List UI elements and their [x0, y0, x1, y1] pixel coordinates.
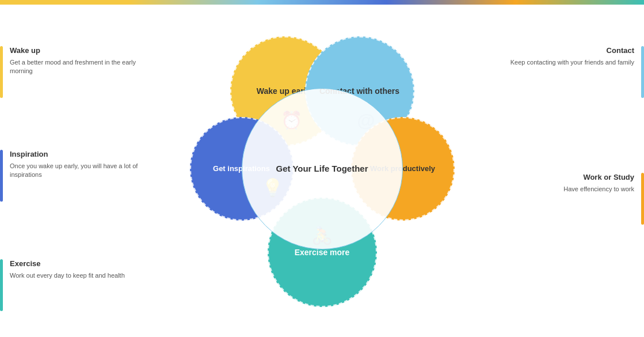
- contact-title: Contact: [510, 46, 634, 55]
- work-desc: Have effenciency to work: [563, 185, 634, 194]
- left-item-exercise: Exercise Work out every day to keep fit …: [0, 259, 125, 311]
- inspiration-desc: Once you wake up early, you will have a …: [10, 162, 150, 180]
- inspiration-content: Inspiration Once you wake up early, you …: [10, 150, 150, 180]
- contact-desc: Keep contacting with your friends and fa…: [510, 58, 634, 67]
- inspiration-title: Inspiration: [10, 150, 150, 158]
- page: Wake up Get a better mood and freshment …: [0, 0, 644, 337]
- work-bar: [641, 173, 644, 225]
- inspiration-bar: [0, 150, 3, 202]
- contact-bar: [641, 46, 644, 98]
- work-title: Work or Study: [563, 173, 634, 181]
- circle-center: Get Your Life Together: [242, 88, 403, 249]
- wakeup-bar: [0, 46, 3, 98]
- exercise-bar: [0, 259, 3, 311]
- right-item-contact: Contact Keep contacting with your friend…: [510, 46, 644, 98]
- contact-content: Contact Keep contacting with your friend…: [510, 46, 634, 67]
- wakeup-content: Wake up Get a better mood and freshment …: [10, 46, 150, 76]
- right-item-work: Work or Study Have effenciency to work: [563, 173, 644, 225]
- exercise-desc: Work out every day to keep fit and healt…: [10, 271, 125, 280]
- left-item-inspiration: Inspiration Once you wake up early, you …: [0, 150, 150, 202]
- work-content: Work or Study Have effenciency to work: [563, 173, 634, 194]
- center-title: Get Your Life Together: [264, 163, 379, 175]
- wakeup-desc: Get a better mood and freshment in the e…: [10, 58, 150, 76]
- top-border: [0, 0, 644, 5]
- left-item-wakeup: Wake up Get a better mood and freshment …: [0, 46, 150, 98]
- diagram: Wake up earily Conntact with others Get …: [178, 25, 466, 313]
- wakeup-title: Wake up: [10, 46, 150, 55]
- exercise-title: Exercise: [10, 259, 125, 268]
- exercise-content: Exercise Work out every day to keep fit …: [10, 259, 125, 280]
